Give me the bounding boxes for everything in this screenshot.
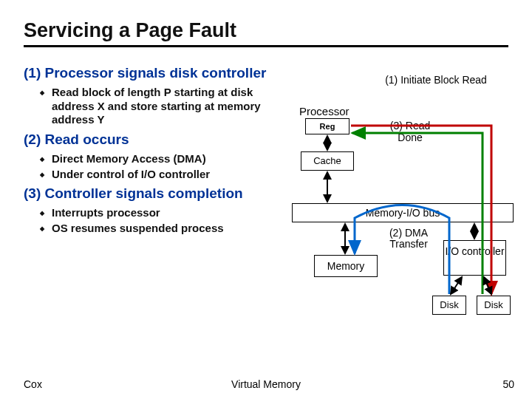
read-done-label: (3) Read Done	[381, 120, 440, 143]
io-controller-box: I/O controller	[443, 240, 506, 276]
step3-bullet1: Interrupts processor	[40, 206, 290, 220]
disk2-box: Disk	[477, 296, 511, 315]
dma-label: (2) DMA Transfer	[379, 228, 438, 250]
disk1-box: Disk	[432, 296, 466, 315]
step3-bullet2: OS resumes suspended process	[40, 222, 290, 236]
diagram: Processor Reg Cache Memory-I/O bus Memor…	[292, 74, 521, 347]
slide-title: Servicing a Page Fault	[24, 19, 508, 47]
step2-heading: (2) Read occurs	[24, 132, 290, 148]
step2-bullet2: Under control of I/O controller	[40, 168, 290, 182]
step3-heading: (3) Controller signals completion	[24, 185, 290, 202]
step2-bullet1: Direct Memory Access (DMA)	[40, 152, 290, 166]
reg-box: Reg	[305, 118, 349, 134]
text-column: (1) Processor signals disk controller Re…	[24, 61, 290, 240]
processor-label: Processor	[299, 105, 349, 117]
svg-line-5	[484, 277, 491, 294]
initiate-label: (1) Initiate Block Read	[366, 74, 506, 86]
bus-box: Memory-I/O bus	[292, 203, 514, 222]
memory-box: Memory	[314, 255, 378, 277]
step1-heading: (1) Processor signals disk controller	[24, 65, 290, 81]
footer-page: 50	[502, 378, 514, 390]
cache-box: Cache	[301, 151, 354, 171]
step1-bullet: Read block of length P starting at disk …	[40, 86, 290, 127]
footer-title: Virtual Memory	[0, 378, 532, 390]
svg-line-4	[451, 277, 462, 294]
